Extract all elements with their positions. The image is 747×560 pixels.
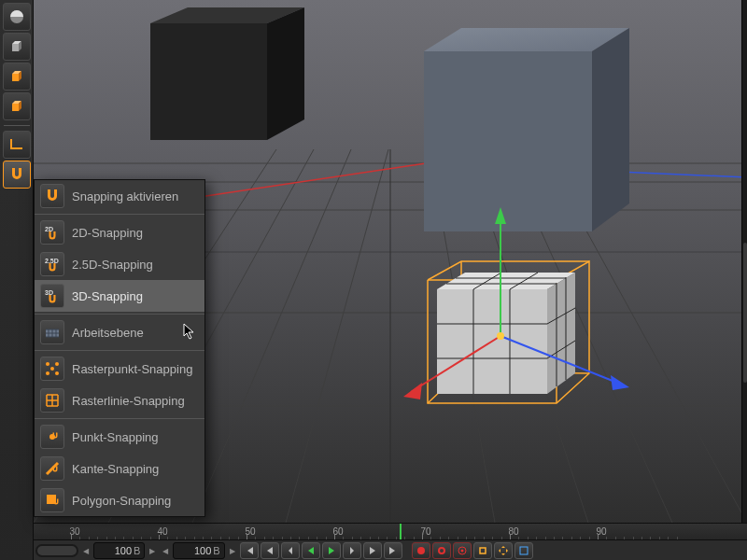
go-end-button[interactable] bbox=[384, 542, 402, 559]
gridline-icon bbox=[40, 388, 64, 413]
snapping-menu: Snapping aktivieren2D2D-Snapping2.5D2.5D… bbox=[34, 179, 205, 517]
timeline-ruler[interactable]: 30405060708090 bbox=[34, 524, 747, 540]
frame-start-field[interactable]: B bbox=[93, 542, 145, 559]
primitive-cube2-icon[interactable] bbox=[3, 63, 31, 91]
menu-item-label: 2D-Snapping bbox=[72, 226, 143, 240]
snap-25d-icon: 2.5D bbox=[40, 252, 64, 276]
frame-unit-2: B bbox=[213, 545, 219, 556]
svg-marker-51 bbox=[12, 74, 19, 81]
menu-item-label: Snapping aktivieren bbox=[72, 189, 178, 203]
autokey-button[interactable] bbox=[432, 542, 451, 559]
key-options-button[interactable] bbox=[453, 542, 472, 559]
menu-item-gridpoint[interactable]: Rasterpunkt-Snapping bbox=[35, 353, 204, 385]
frame-dec[interactable]: ◀ bbox=[80, 547, 92, 555]
workplane-icon bbox=[40, 320, 64, 344]
menu-item-magnet[interactable]: Snapping aktivieren bbox=[35, 180, 204, 212]
snap-magnet-icon[interactable] bbox=[3, 161, 31, 189]
snap-3d-icon: 3D bbox=[40, 284, 64, 308]
svg-marker-21 bbox=[267, 7, 304, 140]
play-reverse-button[interactable] bbox=[302, 542, 320, 559]
viewport-scrollbar[interactable] bbox=[741, 0, 747, 523]
frame-inc[interactable]: ▶ bbox=[147, 547, 158, 555]
svg-rect-75 bbox=[520, 547, 528, 554]
play-button[interactable] bbox=[322, 542, 341, 559]
svg-marker-48 bbox=[12, 44, 19, 51]
menu-item-label: Arbeitsebene bbox=[72, 326, 144, 340]
frame-end-field[interactable]: B bbox=[173, 542, 224, 559]
menu-item-label: 3D-Snapping bbox=[72, 289, 143, 303]
svg-marker-54 bbox=[12, 104, 19, 111]
menu-item-edge-snap[interactable]: Kante-Snapping bbox=[35, 453, 204, 484]
svg-text:3D: 3D bbox=[45, 289, 53, 296]
svg-point-70 bbox=[417, 547, 425, 554]
menu-item-point-snap[interactable]: Punkt-Snapping bbox=[35, 421, 204, 453]
menu-item-gridline[interactable]: Rasterlinie-Snapping bbox=[35, 385, 204, 416]
menu-item-label: 2.5D-Snapping bbox=[72, 258, 153, 272]
polygon-snap-icon bbox=[40, 488, 64, 512]
next-frame-button[interactable] bbox=[343, 542, 361, 559]
material-icon[interactable] bbox=[3, 3, 31, 31]
menu-item-snap-2d[interactable]: 2D2D-Snapping bbox=[35, 217, 204, 248]
timeline-playhead[interactable] bbox=[400, 524, 402, 540]
svg-text:2.5D: 2.5D bbox=[45, 258, 59, 264]
svg-text:2D: 2D bbox=[45, 226, 53, 232]
move-key-button[interactable] bbox=[494, 542, 513, 559]
svg-marker-24 bbox=[592, 28, 629, 231]
svg-marker-19 bbox=[150, 23, 267, 140]
gridpoint-icon bbox=[40, 357, 64, 381]
prev-frame-button[interactable] bbox=[281, 542, 300, 559]
svg-point-63 bbox=[46, 371, 49, 375]
menu-item-label: Polygon-Snapping bbox=[72, 494, 171, 508]
axis-icon[interactable] bbox=[3, 131, 31, 159]
svg-point-73 bbox=[460, 550, 463, 553]
svg-point-46 bbox=[497, 332, 504, 340]
cube-grey bbox=[424, 28, 629, 231]
record-button[interactable] bbox=[412, 542, 430, 559]
magnet-icon bbox=[40, 184, 64, 208]
svg-point-62 bbox=[55, 362, 59, 366]
snap-2d-icon: 2D bbox=[40, 220, 64, 245]
svg-rect-74 bbox=[480, 548, 486, 553]
frame-end-inc[interactable]: ▶ bbox=[227, 547, 238, 555]
svg-point-71 bbox=[439, 548, 444, 553]
next-key-button[interactable] bbox=[363, 542, 382, 559]
point-snap-icon bbox=[40, 425, 64, 449]
svg-point-61 bbox=[46, 362, 49, 366]
menu-item-snap-3d[interactable]: 3D3D-Snapping bbox=[35, 280, 204, 312]
primitive-cube-icon[interactable] bbox=[3, 33, 31, 61]
primitive-cube3-icon[interactable] bbox=[3, 92, 31, 120]
timeline-scrollbar[interactable] bbox=[35, 544, 78, 557]
timeline: 30405060708090 ◀ B ▶ ◀ B ▶ bbox=[34, 523, 747, 560]
menu-item-label: Punkt-Snapping bbox=[72, 430, 159, 444]
svg-marker-22 bbox=[424, 51, 592, 231]
scale-key-button[interactable] bbox=[514, 542, 533, 559]
svg-marker-27 bbox=[547, 273, 575, 394]
go-start-button[interactable] bbox=[240, 542, 259, 559]
frame-end-dec[interactable]: ◀ bbox=[160, 547, 171, 555]
frame-unit: B bbox=[134, 545, 140, 556]
menu-item-label: Kante-Snapping bbox=[72, 462, 159, 476]
menu-item-workplane[interactable]: Arbeitsebene bbox=[35, 316, 204, 348]
menu-item-snap-25d[interactable]: 2.5D2.5D-Snapping bbox=[35, 248, 204, 280]
prev-key-button[interactable] bbox=[261, 542, 279, 559]
menu-item-polygon-snap[interactable]: Polygon-Snapping bbox=[35, 484, 204, 516]
key-selection-button[interactable] bbox=[473, 542, 492, 559]
left-toolbar bbox=[0, 0, 34, 560]
svg-point-64 bbox=[55, 371, 59, 375]
edge-snap-icon bbox=[40, 456, 64, 481]
svg-point-65 bbox=[50, 367, 54, 371]
menu-item-label: Rasterpunkt-Snapping bbox=[72, 362, 192, 376]
menu-item-label: Rasterlinie-Snapping bbox=[72, 394, 185, 408]
cube-dark bbox=[150, 7, 304, 140]
